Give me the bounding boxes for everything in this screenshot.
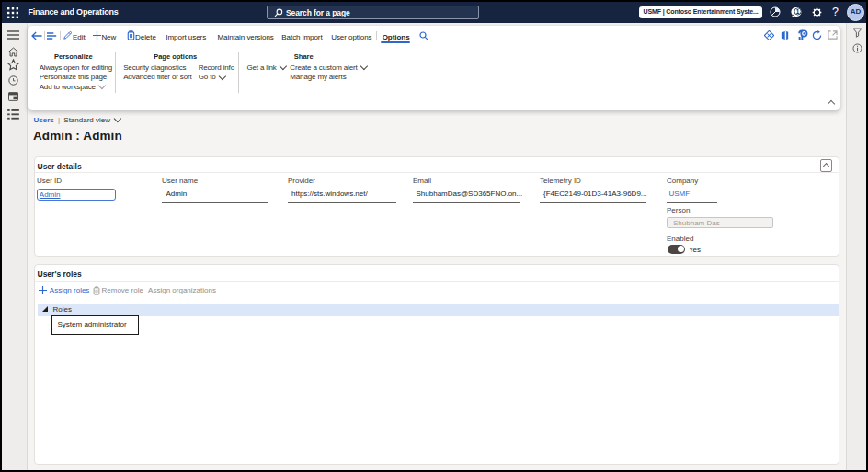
- svg-text:1: 1: [796, 7, 800, 14]
